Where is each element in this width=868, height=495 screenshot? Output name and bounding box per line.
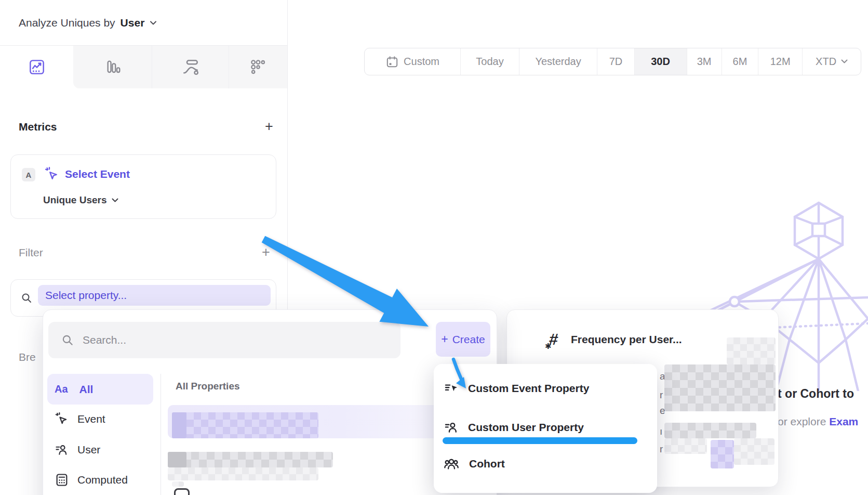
category-event[interactable]: Event [55,412,105,426]
date-option-7d[interactable]: 7D [597,48,634,75]
redacted-block [727,337,776,364]
event-spark-icon [44,166,60,182]
redacted-property-icon [172,412,186,438]
redacted-block-purple [711,440,734,468]
tab-retention[interactable] [229,46,287,88]
custom-user-property-icon [444,420,459,435]
computed-icon [55,473,69,487]
property-selector-dropdown: Search... + Create Aa All Event User Com… [43,309,497,495]
search-icon [20,292,33,304]
analyze-label: Analyze Uniques by [19,17,115,29]
date-option-12m[interactable]: 12M [758,48,802,75]
redacted-block [734,438,774,465]
category-computed[interactable]: Computed [55,473,128,487]
category-user[interactable]: User [55,442,100,457]
redacted-property-name [172,412,318,438]
metrics-section-title: Metrics [19,121,57,133]
search-placeholder: Search... [83,334,126,346]
redacted-stub [172,481,184,487]
filter-section-title: Filter [19,246,43,259]
date-option-custom[interactable]: Custom [365,48,460,75]
empty-state-heading: nt or Cohort to [770,387,854,401]
hash-frequency-icon: #✱ [545,333,564,352]
create-menu-popup: Custom Event Property Custom User Proper… [434,364,657,493]
chevron-down-icon[interactable] [150,21,157,25]
empty-state-subtext: or explore Exam [778,415,858,428]
tab-bar-chart[interactable] [73,46,151,88]
examples-link[interactable]: Exam [829,415,858,427]
date-option-6m[interactable]: 6M [722,48,758,75]
date-range-control: Custom Today Yesterday 7D 30D 3M 6M 12M … [364,48,861,75]
select-event-button[interactable]: Select Event [65,168,130,180]
plus-icon: + [441,332,448,346]
frequency-panel-title: Frequency per User... [571,333,682,346]
empty-state-subtext-muted: or explore [778,415,829,427]
tab-flows[interactable] [152,46,229,88]
date-option-yesterday[interactable]: Yesterday [519,48,597,75]
add-filter-button[interactable]: + [262,247,270,257]
redacted-block [664,438,707,454]
analyze-by-selector[interactable]: User [121,17,145,29]
redacted-text-fragment: ı [660,426,662,437]
insights-report-page: nt or Cohort to or explore Exam Custom T… [0,0,868,495]
date-option-xtd[interactable]: XTD [802,48,861,75]
menu-item-custom-user-property[interactable]: Custom User Property [444,420,584,435]
annotation-underline [443,437,637,444]
redacted-text-fragment: r [660,444,663,455]
menu-item-custom-event-property[interactable]: Custom Event Property [444,381,589,396]
chevron-down-icon [841,59,848,64]
select-property-input[interactable]: Select property... [38,285,271,306]
property-search-input[interactable]: Search... [48,322,400,358]
search-icon [61,333,74,347]
cohort-icon [443,455,460,472]
redacted-block [664,364,776,411]
breakdown-section-title: Bre [19,351,36,363]
menu-item-cohort[interactable]: Cohort [443,457,505,471]
date-option-today[interactable]: Today [460,48,519,75]
redacted-property-row[interactable] [168,467,318,480]
date-option-30d-selected[interactable]: 30D [634,48,687,75]
aggregation-selector[interactable]: Unique Users [43,194,118,206]
tab-insights-selected[interactable] [0,46,73,88]
calendar-icon [385,55,399,69]
analyze-uniques-row: Analyze Uniques by User [19,12,157,33]
flows-tab-icon [182,58,199,76]
redacted-text-fragment: r [660,389,663,401]
redacted-block [664,423,756,438]
insights-tab-icon [29,59,45,75]
retention-tab-icon [250,59,266,75]
redacted-property-icon [168,452,186,467]
metric-card[interactable]: A Select Event Unique Users [10,154,276,219]
chart-type-tabs [0,45,287,88]
user-icon [55,442,69,457]
bar-chart-tab-icon [104,59,121,75]
create-button[interactable]: + Create [436,322,490,357]
series-badge: A [22,168,35,181]
group-header-icon [174,488,190,495]
category-all-selected[interactable]: Aa All [47,374,153,405]
chevron-down-icon [112,198,118,203]
event-spark-icon [55,412,69,426]
property-list-header: All Properties [176,381,240,392]
date-option-3m[interactable]: 3M [687,48,722,75]
text-format-icon: Aa [55,383,68,395]
redacted-property-row[interactable] [168,452,333,467]
list-divider [161,374,161,495]
add-metric-button[interactable]: + [265,121,273,132]
custom-event-property-icon [444,381,459,396]
